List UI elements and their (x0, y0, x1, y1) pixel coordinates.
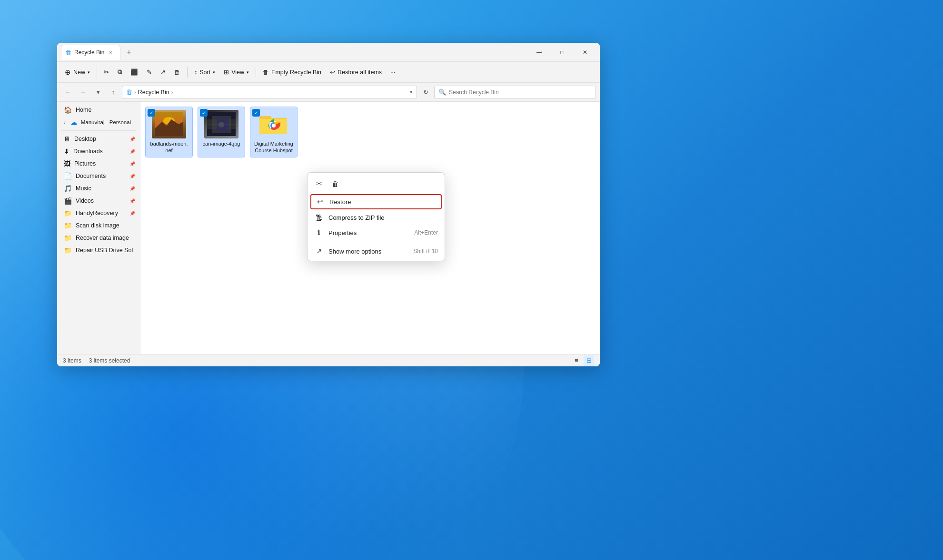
rename-button[interactable]: ✎ (143, 66, 156, 78)
ctx-restore-label: Restore (329, 198, 437, 206)
folder-rd-icon: 📁 (64, 234, 72, 242)
selected-count: 3 items selected (89, 357, 130, 364)
refresh-button[interactable]: ↻ (419, 86, 432, 99)
file-label-badlands: badlands-moon.nef (150, 140, 188, 154)
folder-hr-icon: 📁 (64, 209, 72, 217)
delete-icon: 🗑 (174, 69, 180, 76)
sidebar-item-documents[interactable]: 📄 Documents 📌 (57, 170, 140, 182)
ctx-zip-item[interactable]: 🗜 Compress to ZIP file (308, 210, 445, 225)
sidebar-handyrecovery-label: HandyRecovery (76, 210, 118, 216)
view-icon: ⊞ (224, 69, 229, 76)
ctx-properties-label: Properties (328, 229, 409, 236)
ctx-properties-item[interactable]: ℹ Properties Alt+Enter (308, 225, 445, 240)
sidebar-item-scandisk[interactable]: 📁 Scan disk image (57, 219, 140, 232)
recent-locations-button[interactable]: ▾ (91, 86, 105, 99)
close-button[interactable]: ✕ (574, 45, 596, 60)
item-count: 3 items (63, 357, 81, 364)
breadcrumb-dropdown[interactable]: ▾ (410, 89, 413, 95)
sidebar-item-music[interactable]: 🎵 Music 📌 (57, 182, 140, 195)
new-button[interactable]: ⊕ New ▾ (61, 66, 94, 79)
svg-point-14 (272, 124, 276, 128)
more-icon: ··· (390, 69, 395, 76)
active-tab[interactable]: 🗑 Recycle Bin × (61, 45, 120, 60)
context-menu: ✂ 🗑 ↩ Restore 🗜 Compress to ZIP file ℹ (307, 172, 445, 261)
sidebar-item-videos[interactable]: 🎬 Videos 📌 (57, 195, 140, 207)
title-bar: 🗑 Recycle Bin × + — □ ✕ (57, 43, 600, 62)
file-area[interactable]: ✓ (140, 102, 600, 354)
sidebar-cloud-label: Manuviraj - Personal (81, 119, 131, 125)
ctx-zip-label: Compress to ZIP file (328, 214, 438, 221)
file-thumbnail-canjpg (204, 110, 238, 138)
breadcrumb-recycle-bin[interactable]: Recycle Bin (138, 89, 169, 96)
file-item-folder-dm[interactable]: ✓ (250, 107, 298, 157)
sidebar-item-handyrecovery[interactable]: 📁 HandyRecovery 📌 (57, 207, 140, 219)
copy-button[interactable]: ⧉ (114, 66, 126, 78)
tab-label: Recycle Bin (74, 49, 104, 56)
sidebar-item-home[interactable]: 🏠 Home (57, 104, 140, 116)
sidebar-documents-label: Documents (76, 173, 106, 179)
list-view-button[interactable]: ≡ (571, 355, 582, 366)
new-dropdown-arrow: ▾ (88, 70, 90, 75)
handyrecovery-pin-icon: 📌 (129, 211, 135, 216)
restore-all-icon: ↩ (330, 69, 335, 76)
videos-pin-icon: 📌 (129, 198, 135, 204)
home-icon: 🏠 (64, 106, 72, 114)
ctx-delete-button[interactable]: 🗑 (328, 177, 343, 191)
pictures-icon: 🖼 (64, 160, 70, 167)
sidebar-repairusb-label: Repair USB Drive Sol (76, 247, 133, 254)
delete-button[interactable]: 🗑 (170, 67, 184, 78)
rename-icon: ✎ (147, 69, 152, 76)
folder-sd-icon: 📁 (64, 222, 72, 229)
sidebar-item-repairusb[interactable]: 📁 Repair USB Drive Sol (57, 244, 140, 256)
file-item-badlands[interactable]: ✓ (145, 107, 193, 157)
main-content: 🏠 Home › ☁ Manuviraj - Personal 🖥 Deskto… (57, 102, 600, 354)
toolbar-separator-2 (187, 67, 188, 78)
new-tab-button[interactable]: + (122, 46, 136, 59)
search-input[interactable] (449, 89, 592, 96)
file-checkbox-badlands[interactable]: ✓ (148, 109, 155, 117)
toolbar-separator-1 (97, 67, 97, 78)
sidebar-item-cloud[interactable]: › ☁ Manuviraj - Personal (57, 116, 140, 128)
grid-view-button[interactable]: ⊞ (584, 355, 594, 366)
sidebar-item-downloads[interactable]: ⬇ Downloads 📌 (57, 145, 140, 157)
ctx-more-shortcut: Shift+F10 (413, 248, 438, 255)
sort-icon: ↕ (194, 69, 197, 76)
file-item-canjpg[interactable]: ✓ can-image-4.jpg (198, 107, 245, 157)
sidebar-downloads-label: Downloads (73, 148, 103, 155)
restore-all-button[interactable]: ↩ Restore all items (326, 66, 386, 78)
cut-button[interactable]: ✂ (100, 66, 113, 78)
toolbar-separator-3 (256, 67, 256, 78)
file-label-canjpg: can-image-4.jpg (203, 140, 240, 147)
sidebar-item-recoverdata[interactable]: 📁 Recover data image (57, 232, 140, 244)
address-bar: ← → ▾ ↑ 🗑 › Recycle Bin › ▾ ↻ 🔍 (57, 83, 600, 102)
sidebar-item-desktop[interactable]: 🖥 Desktop 📌 (57, 133, 140, 145)
tab-close-button[interactable]: × (107, 49, 114, 56)
ctx-restore-item[interactable]: ↩ Restore (310, 194, 442, 209)
minimize-button[interactable]: — (528, 45, 550, 60)
breadcrumb-recycle-icon: 🗑 (126, 88, 132, 96)
ctx-more-item[interactable]: ↗ Show more options Shift+F10 (308, 244, 445, 259)
maximize-button[interactable]: □ (551, 45, 573, 60)
sort-button[interactable]: ↕ Sort ▾ (190, 67, 219, 78)
breadcrumb-bar[interactable]: 🗑 › Recycle Bin › ▾ (122, 86, 417, 99)
forward-button[interactable]: → (76, 86, 89, 99)
ctx-cut-button[interactable]: ✂ (311, 177, 327, 191)
view-button[interactable]: ⊞ View ▾ (220, 66, 253, 78)
new-plus-icon: ⊕ (65, 68, 71, 77)
cut-icon: ✂ (104, 69, 109, 76)
search-box[interactable]: 🔍 (434, 86, 596, 99)
paste-button[interactable]: ⬛ (127, 66, 142, 78)
share-button[interactable]: ↗ (157, 66, 169, 78)
more-options-button[interactable]: ··· (387, 67, 399, 78)
status-bar: 3 items 3 items selected ≡ ⊞ (57, 354, 600, 366)
back-button[interactable]: ← (61, 86, 74, 99)
file-checkbox-folder-dm[interactable]: ✓ (252, 109, 260, 117)
empty-recycle-button[interactable]: 🗑 Empty Recycle Bin (259, 67, 325, 78)
sidebar-item-pictures[interactable]: 🖼 Pictures 📌 (57, 157, 140, 170)
file-checkbox-canjpg[interactable]: ✓ (200, 109, 208, 117)
ctx-more-label: Show more options (328, 248, 408, 255)
up-button[interactable]: ↑ (107, 86, 120, 99)
sidebar-videos-label: Videos (76, 197, 94, 204)
desktop-pin-icon: 📌 (129, 137, 135, 142)
empty-recycle-icon: 🗑 (263, 69, 269, 76)
